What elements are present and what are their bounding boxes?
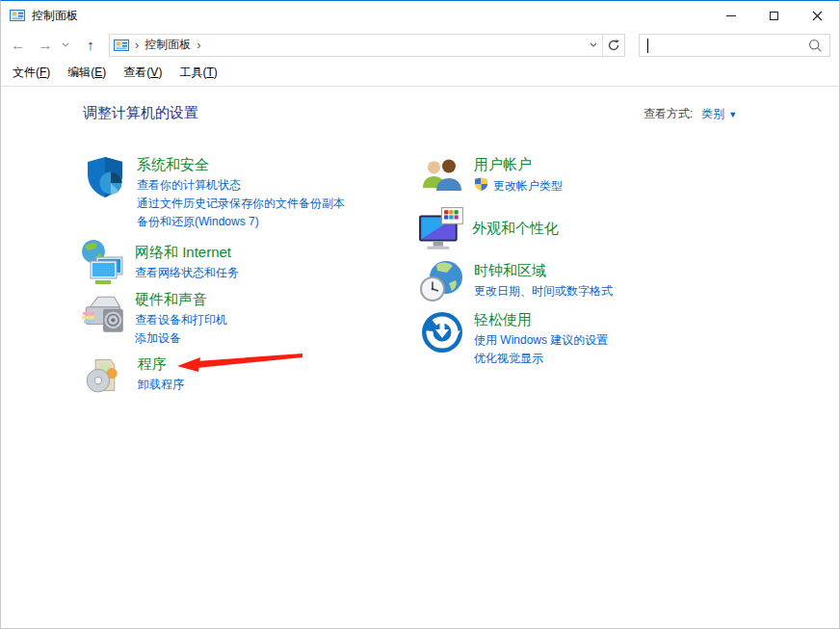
maximize-button[interactable]: [752, 1, 796, 30]
menu-view[interactable]: 查看(V): [121, 62, 164, 84]
up-arrow-icon: ↑: [87, 37, 94, 53]
category-title-clock-region[interactable]: 时钟和区域: [474, 261, 613, 280]
link-add-device[interactable]: 添加设备: [135, 329, 227, 348]
navigation-toolbar: ← → ↑ › 控制面板 ›: [1, 30, 839, 60]
back-arrow-icon: ←: [11, 37, 26, 54]
search-box[interactable]: [639, 34, 830, 57]
ease-of-access-icon[interactable]: [419, 309, 465, 355]
red-annotation-arrow: [175, 350, 303, 373]
maximize-icon: [770, 12, 778, 20]
category-appearance-personalization: 外观和个性化: [417, 205, 559, 251]
window-title: 控制面板: [32, 8, 78, 24]
refresh-icon: [607, 39, 620, 52]
category-title-appearance[interactable]: 外观和个性化: [472, 219, 559, 238]
system-security-icon[interactable]: [82, 154, 128, 200]
search-input[interactable]: [647, 36, 801, 55]
category-title-network-internet[interactable]: 网络和 Internet: [135, 243, 239, 262]
close-icon: [812, 11, 823, 21]
search-icon: [808, 39, 823, 57]
link-backup-restore-win7[interactable]: 备份和还原(Windows 7): [137, 213, 345, 231]
category-title-system-security[interactable]: 系统和安全: [137, 155, 345, 174]
control-panel-icon: [10, 8, 25, 23]
link-view-network-status[interactable]: 查看网络状态和任务: [135, 264, 239, 282]
dropdown-triangle-icon[interactable]: ▼: [728, 110, 737, 119]
link-change-date-time-format[interactable]: 更改日期、时间或数字格式: [474, 282, 613, 301]
category-programs: 程序 卸载程序: [83, 354, 184, 400]
address-dropdown-button[interactable]: [585, 42, 602, 47]
minimize-icon: [726, 15, 736, 16]
menu-file[interactable]: 文件(F): [11, 62, 52, 84]
link-view-devices-printers[interactable]: 查看设备和打印机: [135, 311, 227, 329]
menubar: 文件(F) 编辑(E) 查看(V) 工具(T): [1, 60, 839, 87]
breadcrumb-separator-icon: ›: [129, 38, 144, 52]
clock-region-icon[interactable]: [419, 257, 465, 303]
network-internet-icon[interactable]: [80, 239, 126, 285]
menu-tools[interactable]: 工具(T): [177, 62, 219, 84]
back-button[interactable]: ←: [5, 33, 32, 58]
hardware-sound-icon[interactable]: [80, 289, 126, 335]
category-title-ease-of-access[interactable]: 轻松使用: [474, 310, 608, 329]
category-network-internet: 网络和 Internet 查看网络状态和任务: [80, 239, 239, 285]
address-bar[interactable]: › 控制面板 ›: [109, 34, 625, 57]
control-panel-window: 控制面板 ← → ↑: [0, 0, 840, 629]
category-title-user-accounts[interactable]: 用户帐户: [474, 155, 563, 174]
link-windows-suggested-settings[interactable]: 使用 Windows 建议的设置: [474, 331, 608, 350]
recent-pages-button[interactable]: [59, 33, 72, 58]
view-by-control: 查看方式: 类别 ▼: [643, 106, 737, 122]
text-caret: [647, 39, 648, 53]
close-button[interactable]: [796, 1, 839, 30]
link-file-history-backup[interactable]: 通过文件历史记录保存你的文件备份副本: [137, 195, 345, 213]
user-accounts-icon[interactable]: [419, 154, 465, 200]
up-button[interactable]: ↑: [78, 33, 103, 58]
menu-edit[interactable]: 编辑(E): [66, 62, 108, 84]
uac-shield-icon: [474, 176, 488, 196]
content-area: 调整计算机的设置 查看方式: 类别 ▼ 系统和安全 查看你的计算机状态 通: [1, 1, 839, 628]
category-hardware-sound: 硬件和声音 查看设备和打印机 添加设备: [80, 289, 227, 348]
link-uninstall-program[interactable]: 卸载程序: [138, 376, 184, 394]
view-by-value[interactable]: 类别: [701, 106, 724, 122]
forward-button[interactable]: →: [32, 33, 59, 58]
link-optimize-visual-display[interactable]: 优化视觉显示: [474, 350, 608, 368]
category-title-hardware-sound[interactable]: 硬件和声音: [135, 290, 227, 309]
minimize-button[interactable]: [709, 1, 752, 30]
chevron-down-icon: [62, 42, 69, 47]
chevron-down-icon: [590, 42, 597, 47]
programs-icon[interactable]: [83, 354, 129, 400]
page-title: 调整计算机的设置: [83, 104, 198, 122]
category-ease-of-access: 轻松使用 使用 Windows 建议的设置 优化视觉显示: [419, 309, 608, 368]
appearance-personalization-icon[interactable]: [417, 205, 463, 251]
category-system-security: 系统和安全 查看你的计算机状态 通过文件历史记录保存你的文件备份副本 备份和还原…: [82, 154, 345, 231]
breadcrumb-control-panel[interactable]: 控制面板: [144, 37, 191, 53]
forward-arrow-icon: →: [38, 37, 53, 54]
category-user-accounts: 用户帐户 更改帐户类型: [419, 154, 563, 200]
category-clock-region: 时钟和区域 更改日期、时间或数字格式: [419, 257, 613, 303]
link-change-account-type[interactable]: 更改帐户类型: [493, 177, 563, 196]
breadcrumb-separator-icon[interactable]: ›: [191, 38, 206, 52]
titlebar: 控制面板: [1, 1, 839, 30]
view-by-label: 查看方式:: [643, 106, 693, 122]
link-view-computer-status[interactable]: 查看你的计算机状态: [137, 176, 345, 195]
control-panel-icon: [114, 38, 129, 53]
refresh-button[interactable]: [603, 35, 624, 56]
